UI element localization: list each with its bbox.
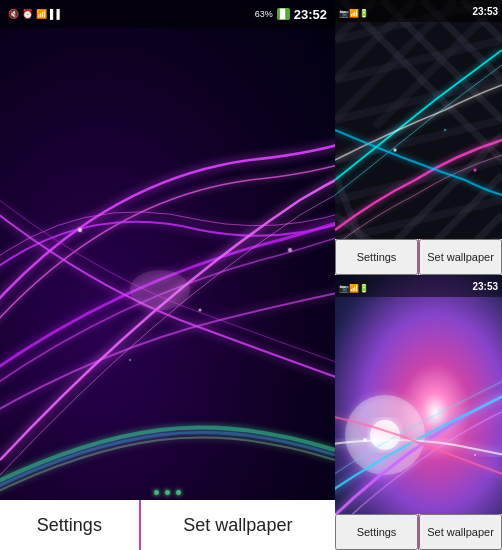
svg-point-4 xyxy=(129,359,131,361)
status-icons-right-bottom: 📷📶🔋 xyxy=(339,277,369,295)
status-icons-right-top: 📷📶🔋 xyxy=(339,2,369,20)
svg-point-30 xyxy=(474,169,477,172)
svg-point-0 xyxy=(130,270,190,310)
battery-time-group: 63% ▊ 23:52 xyxy=(255,7,327,22)
left-phone-panel: 🔇 ⏰ 📶 ▌▌ 63% ▊ 23:52 Settings Set wallpa… xyxy=(0,0,335,550)
svg-point-28 xyxy=(394,149,397,152)
right-bottom-wallpaper xyxy=(335,275,502,550)
right-top-phone: 📷📶🔋 23:53 Settings Set wallpaper xyxy=(335,0,502,275)
battery-percent: 63% xyxy=(255,9,273,19)
svg-point-3 xyxy=(288,248,292,252)
bottom-bar-left: Settings Set wallpaper xyxy=(0,500,335,550)
status-icons-text-rt: 📷📶🔋 xyxy=(339,9,369,18)
status-bar-left: 🔇 ⏰ 📶 ▌▌ 63% ▊ 23:52 xyxy=(0,0,335,28)
status-time-right-bottom: 23:53 xyxy=(472,281,498,292)
dot-2 xyxy=(165,490,170,495)
status-bar-right-bottom: 📷📶🔋 23:53 xyxy=(335,275,502,297)
right-panel: 📷📶🔋 23:53 Settings Set wallpaper xyxy=(335,0,502,550)
signal-icon: ▌▌ xyxy=(50,9,63,19)
svg-point-29 xyxy=(444,129,446,131)
left-wallpaper xyxy=(0,0,335,550)
svg-point-2 xyxy=(199,309,202,312)
set-wallpaper-button-right-top[interactable]: Set wallpaper xyxy=(419,239,502,275)
status-icons-left: 🔇 ⏰ 📶 ▌▌ xyxy=(8,9,63,19)
svg-point-35 xyxy=(474,454,476,456)
status-icons-text-rb: 📷📶🔋 xyxy=(339,284,369,293)
right-top-wallpaper xyxy=(335,0,502,275)
settings-button-right-top[interactable]: Settings xyxy=(335,239,418,275)
wifi-icon: 📶 xyxy=(36,9,47,19)
settings-button-left[interactable]: Settings xyxy=(0,500,139,550)
dot-1 xyxy=(154,490,159,495)
indicator-dots xyxy=(0,490,335,495)
svg-point-33 xyxy=(363,438,367,442)
status-time-right-top: 23:53 xyxy=(472,6,498,17)
alarm-icon: ⏰ xyxy=(22,9,33,19)
battery-icon: ▊ xyxy=(277,8,290,20)
mute-icon: 🔇 xyxy=(8,9,19,19)
bottom-bar-right-bottom: Settings Set wallpaper xyxy=(335,514,502,550)
dot-3 xyxy=(176,490,181,495)
set-wallpaper-button-right-bottom[interactable]: Set wallpaper xyxy=(419,514,502,550)
set-wallpaper-button-left[interactable]: Set wallpaper xyxy=(141,500,335,550)
status-bar-right-top: 📷📶🔋 23:53 xyxy=(335,0,502,22)
bottom-bar-right-top: Settings Set wallpaper xyxy=(335,239,502,275)
svg-point-1 xyxy=(78,228,82,232)
svg-point-34 xyxy=(434,419,437,422)
right-bottom-phone: 📷📶🔋 23:53 Settings Set wallpaper xyxy=(335,275,502,550)
status-time-left: 23:52 xyxy=(294,7,327,22)
settings-button-right-bottom[interactable]: Settings xyxy=(335,514,418,550)
